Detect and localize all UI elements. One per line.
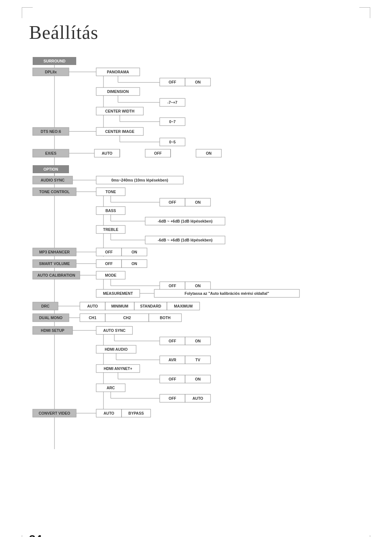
page-number: 34 <box>29 533 42 537</box>
auto-sync2-label: AUTO SYNC <box>103 328 126 333</box>
dimension-val: -7~+7 <box>167 100 177 105</box>
drc-maximum: MAXIMUM <box>174 304 193 308</box>
mp3-on: ON <box>131 250 137 254</box>
exes-off: OFF <box>154 151 162 155</box>
ch1: CH1 <box>89 316 96 320</box>
page-title: Beállítás <box>29 22 363 43</box>
dual-mono-label: DUAL MONO <box>39 316 63 320</box>
exes-label: EX/ES <box>45 151 57 155</box>
mp3-enhancer-label: MP3 ENHANCER <box>39 250 70 254</box>
mode-label: MODE <box>105 273 117 277</box>
hdmi-audio-label: HDMI AUDIO <box>105 347 127 351</box>
smart-on: ON <box>131 261 137 266</box>
panorama-off: OFF <box>169 80 177 84</box>
tone-control-label: TONE CONTROL <box>39 190 70 194</box>
cv-auto: AUTO <box>103 411 114 415</box>
arc-auto: AUTO <box>192 396 203 400</box>
diagram: .svg-box { font-family: Arial, sans-seri… <box>29 53 363 518</box>
auto-sync2-off: OFF <box>169 339 177 343</box>
bass-val: -6dB ~ +6dB (1dB lépésekben) <box>158 219 212 223</box>
tone-label: TONE <box>106 190 116 194</box>
mode-on: ON <box>195 284 201 288</box>
arc-label: ARC <box>107 386 115 390</box>
panorama-on: ON <box>195 80 201 84</box>
audio-sync-val: 0ms~240ms (10ms lépésekben) <box>111 178 168 182</box>
smart-volume-label: SMART VOLUME <box>39 261 70 266</box>
option-label: OPTION <box>44 167 58 171</box>
treble-val: -6dB ~ +6dB (1dB lépésekben) <box>158 238 212 242</box>
drc-label: DRC <box>41 304 50 308</box>
smart-off: OFF <box>105 261 113 266</box>
exes-auto: AUTO <box>102 151 113 155</box>
arc-off: OFF <box>169 396 177 400</box>
anynet-off: OFF <box>169 377 177 381</box>
bass-label: BASS <box>105 208 116 213</box>
drc-standard: STANDARD <box>140 304 162 308</box>
tv: TV <box>195 358 200 362</box>
panorama-label: PANORAMA <box>107 70 129 74</box>
center-width-val: 0~7 <box>169 119 176 124</box>
cv-bypass: BYPASS <box>128 411 144 415</box>
convert-video-label: CONVERT VIDEO <box>39 411 70 415</box>
mode-off: OFF <box>169 284 177 288</box>
drc-auto: AUTO <box>87 304 98 308</box>
dts-neo6-label: DTS NEO:6 <box>41 129 61 134</box>
treble-label: TREBLE <box>103 227 118 232</box>
tone-off: OFF <box>169 200 177 204</box>
center-width-label: CENTER WIDTH <box>105 109 135 113</box>
dpliix-label: DPLIIx <box>45 70 57 74</box>
audio-sync-label: AUDIO SYNC <box>41 178 65 182</box>
both: BOTH <box>160 316 171 320</box>
measurement-val: Folytassa az "Auto kalibrációs mérési ol… <box>185 291 269 296</box>
surround-label: SURROUND <box>44 59 66 63</box>
drc-minimum: MINIMUM <box>111 304 128 308</box>
exes-on: ON <box>206 151 212 155</box>
measurement-label: MEASUREMENT <box>103 291 133 296</box>
avr: AVR <box>168 358 176 362</box>
tone-on: ON <box>195 200 201 204</box>
center-image-val: 0~5 <box>169 140 176 144</box>
auto-sync2-on: ON <box>195 339 201 343</box>
center-image-label: CENTER IMAGE <box>105 129 135 134</box>
anynet-on: ON <box>195 377 201 381</box>
dimension-label: DIMENSION <box>107 89 129 94</box>
ch2: CH2 <box>123 316 131 320</box>
hdmi-setup-label: HDMI SETUP <box>41 328 65 333</box>
mp3-off: OFF <box>105 250 113 254</box>
auto-calibration-label: AUTO CALIBRATION <box>37 273 75 277</box>
hdmi-anynet-label: HDMI ANYNET+ <box>104 366 132 371</box>
